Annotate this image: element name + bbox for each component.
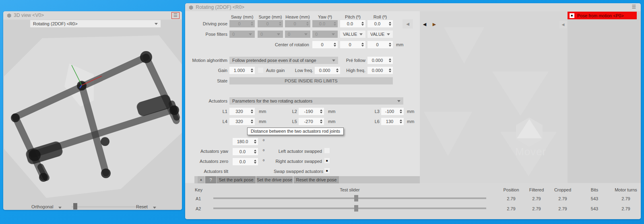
spinner-arrows[interactable] [398, 118, 404, 125]
center-z-spinbox[interactable]: 0 [367, 41, 393, 48]
spin-down-icon[interactable] [389, 71, 391, 72]
spin-down-icon[interactable] [389, 45, 391, 47]
pre-follow-spinbox[interactable]: 0.000 [367, 57, 393, 64]
spin-down-icon[interactable] [320, 122, 322, 123]
spin-up-icon[interactable] [320, 119, 322, 121]
step-forward-button[interactable]: ▶ [431, 21, 437, 27]
driving-pitch-spinbox[interactable]: 0.0 [340, 20, 365, 27]
motion-algorithm-dropdown[interactable]: Follow pretended pose even if out of ran… [229, 57, 338, 64]
filter-pitch-dropdown[interactable]: VALUE [340, 31, 365, 38]
spin-down-icon[interactable] [251, 112, 253, 113]
actuators-preset-dropdown[interactable]: Parameters for the two rotating actuator… [229, 97, 403, 105]
spin-up-icon[interactable] [400, 109, 402, 111]
spinner-arrows[interactable] [387, 41, 393, 48]
spinner-arrows[interactable] [398, 108, 404, 115]
spin-up-icon[interactable] [251, 68, 253, 70]
l1-spinbox[interactable]: 320 [229, 108, 255, 115]
rig-menu-icon[interactable]: ☰ [630, 4, 638, 10]
spin-down-icon[interactable] [389, 61, 391, 62]
spin-up-icon[interactable] [389, 43, 391, 44]
spinner-arrows[interactable] [332, 41, 338, 48]
3d-view-titlebar[interactable]: ⬢ 3D view <V0> [3, 11, 182, 19]
swap-swapped-actuators-checkbox[interactable]: ■ [324, 168, 330, 173]
test-slider-a2-handle[interactable] [354, 205, 358, 212]
spin-up-icon[interactable] [254, 150, 256, 151]
spinner-arrows[interactable] [387, 67, 393, 74]
spin-up-icon[interactable] [251, 119, 253, 121]
help-button[interactable]: ? [205, 176, 216, 183]
actuators-tilt-spinbox[interactable]: 0.0 [233, 158, 258, 165]
l6-spinbox[interactable]: 130 [381, 118, 404, 125]
spin-up-icon[interactable] [361, 43, 364, 44]
set-drive-pose-button[interactable]: Set the drive pose [256, 176, 293, 183]
high-freq-spinbox[interactable]: 0.000 [367, 67, 393, 74]
spinner-arrows[interactable] [249, 108, 255, 115]
spin-down-icon[interactable] [254, 142, 256, 144]
spin-up-icon[interactable] [320, 109, 322, 111]
filter-roll-dropdown[interactable]: VALUE [367, 31, 393, 38]
auto-gain-checkbox[interactable] [258, 68, 263, 73]
set-park-pose-button[interactable]: Set the park pose [217, 176, 256, 183]
spinner-arrows[interactable] [387, 20, 393, 27]
reset-dropdown-arrow-icon[interactable] [153, 207, 156, 209]
test-slider-a1[interactable] [213, 197, 486, 199]
spin-down-icon[interactable] [251, 122, 253, 123]
view-zoom-slider-handle[interactable] [73, 203, 77, 210]
l3-spinbox[interactable]: -100 [381, 108, 404, 115]
spin-down-icon[interactable] [254, 162, 256, 164]
spin-down-icon[interactable] [320, 112, 322, 113]
reset-drive-pose-button[interactable]: Reset the drive pose [294, 176, 339, 183]
spinner-arrows[interactable] [252, 148, 258, 155]
step-back-button[interactable]: ◀ [422, 21, 427, 27]
collapse-right-panel-button[interactable]: ◀ [559, 21, 567, 28]
spinner-arrows[interactable] [252, 138, 258, 145]
collapse-toolbar-button[interactable]: ▲ [198, 176, 204, 183]
spin-up-icon[interactable] [254, 160, 256, 161]
spinner-arrows[interactable] [360, 41, 365, 48]
l5-spinbox[interactable]: -270 [299, 118, 324, 125]
reset-view-select[interactable]: Reset [136, 204, 148, 209]
collapse-left-panel-button[interactable]: ◀ [402, 19, 413, 29]
center-y-spinbox[interactable]: 0 [340, 41, 365, 48]
spinner-arrows[interactable] [249, 118, 255, 125]
test-slider-a1-handle[interactable] [354, 195, 358, 201]
pose-from-motion-checkbox[interactable]: ■ [570, 13, 574, 18]
test-slider-a2[interactable] [213, 208, 486, 209]
spinner-arrows[interactable] [387, 57, 393, 64]
spin-down-icon[interactable] [251, 71, 253, 72]
actuators-zero-spinbox[interactable]: 0.0 [233, 148, 258, 155]
spin-up-icon[interactable] [389, 58, 391, 60]
spin-up-icon[interactable] [389, 22, 391, 23]
l4-spinbox[interactable]: 320 [229, 118, 255, 125]
driving-roll-spinbox[interactable]: 0.0 [367, 20, 393, 27]
spin-up-icon[interactable] [334, 43, 336, 44]
spin-down-icon[interactable] [361, 45, 364, 47]
3d-view-menu-icon[interactable]: ☰ [171, 12, 180, 19]
right-actuator-swapped-checkbox[interactable]: ■ [324, 158, 330, 163]
spinner-arrows[interactable] [249, 67, 255, 74]
left-actuator-swapped-checkbox[interactable] [324, 148, 330, 153]
spin-down-icon[interactable] [389, 24, 391, 26]
spinner-arrows[interactable] [252, 158, 258, 165]
spin-up-icon[interactable] [389, 68, 391, 70]
spin-down-icon[interactable] [361, 24, 364, 26]
center-x-spinbox[interactable]: 0 [312, 41, 338, 48]
spin-down-icon[interactable] [400, 122, 402, 123]
spin-down-icon[interactable] [254, 152, 256, 154]
spin-up-icon[interactable] [400, 119, 402, 121]
actuators-yaw-spinbox[interactable]: 180.0 [233, 138, 258, 145]
spinner-arrows[interactable] [360, 20, 365, 27]
gain-spinbox[interactable]: 1.000 [229, 67, 255, 74]
projection-dropdown-arrow-icon[interactable] [58, 207, 62, 209]
projection-select[interactable]: Orthogonal [31, 204, 53, 209]
pose-from-motion-badge[interactable]: ■ Pose from motion <P0> [568, 12, 637, 19]
spinner-arrows[interactable] [318, 118, 324, 125]
spin-up-icon[interactable] [251, 109, 253, 111]
low-freq-spinbox[interactable]: 0.000 [315, 67, 340, 74]
spin-up-icon[interactable] [254, 140, 256, 141]
spinner-arrows[interactable] [318, 108, 324, 115]
spin-down-icon[interactable] [334, 45, 336, 47]
l2-spinbox[interactable]: -190 [299, 108, 324, 115]
3d-viewport[interactable] [3, 20, 182, 210]
spin-up-icon[interactable] [361, 22, 364, 23]
